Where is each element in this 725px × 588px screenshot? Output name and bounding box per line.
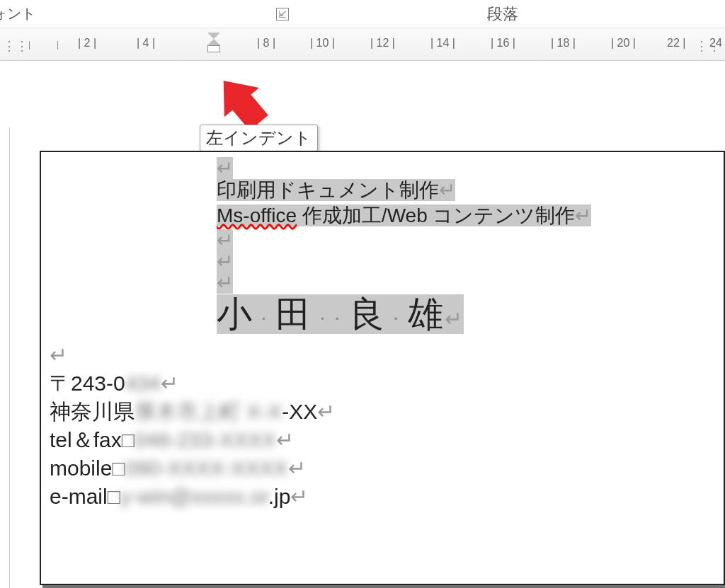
postal-line[interactable]: 〒243-0434↵ xyxy=(50,369,715,398)
name-text[interactable]: 小 · 田 · · 良 · 雄↵ xyxy=(217,294,464,334)
paragraph-mark: ↵ xyxy=(217,250,233,272)
text-line[interactable]: 印刷用ドキュメント制作↵ xyxy=(217,179,455,201)
mobile-line[interactable]: mobile□090-XXXX-XXXX↵ xyxy=(50,454,715,483)
ruler-tick: | 4 | xyxy=(137,37,155,50)
paragraph-mark: ↵ xyxy=(217,229,233,251)
dialog-launcher-icon[interactable]: ⇲ xyxy=(276,8,289,21)
ruler-minor: | xyxy=(28,40,30,50)
ruler-tick: | 10 | xyxy=(310,37,335,50)
paragraph-mark: ↵ xyxy=(217,157,233,179)
ruler-tick: | 20 | xyxy=(611,37,636,50)
address-line[interactable]: 神奈川県厚木市上町 X-X-XX↵ xyxy=(50,398,715,426)
ruler-tick: 22 | xyxy=(667,37,685,50)
indent-tooltip: 左インデント xyxy=(200,125,318,151)
ruler-tick: | 2 | xyxy=(78,37,96,50)
paragraph-mark: ↵ xyxy=(217,272,233,294)
ruler-tick: 24 xyxy=(709,37,722,50)
left-indent-box-icon[interactable] xyxy=(207,45,220,52)
ruler-minor: | xyxy=(57,40,59,50)
left-margin-guide xyxy=(0,127,10,588)
ruler-tick: | 8 | xyxy=(257,37,275,50)
email-line[interactable]: e-mail□y-win@xxxxx.or.jp↵ xyxy=(50,483,715,511)
ruler-tick: | 12 | xyxy=(370,37,395,50)
ribbon: ォント ⇲ 段落 xyxy=(0,0,725,28)
document-page[interactable]: ↵ 印刷用ドキュメント制作↵ Ms-office 作成加工/Web コンテンツ制… xyxy=(40,151,725,585)
hanging-indent-icon[interactable] xyxy=(207,39,220,45)
paragraph-group-label: 段落 xyxy=(487,4,518,25)
annotation-arrow-icon xyxy=(215,66,277,130)
first-line-indent-icon[interactable] xyxy=(207,33,220,39)
font-group-label: ォント xyxy=(0,4,35,23)
ruler-tick: | 14 | xyxy=(430,37,455,50)
text-line[interactable]: Ms-office 作成加工/Web コンテンツ制作↵ xyxy=(217,204,591,226)
left-indent-marker[interactable] xyxy=(206,33,222,52)
ruler-tick: | 18 | xyxy=(551,37,576,50)
ruler-tick: | 16 | xyxy=(491,37,515,50)
paragraph-mark: ↵ xyxy=(50,343,67,367)
tel-line[interactable]: tel＆fax□046-233-XXXX↵ xyxy=(50,426,715,454)
tab-well-left-icon[interactable]: ⋮⋮ xyxy=(3,38,28,54)
horizontal-ruler[interactable]: ⋮⋮ | | | 2 | | 4 | | 8 | | 10 | | 12 | |… xyxy=(0,28,725,61)
